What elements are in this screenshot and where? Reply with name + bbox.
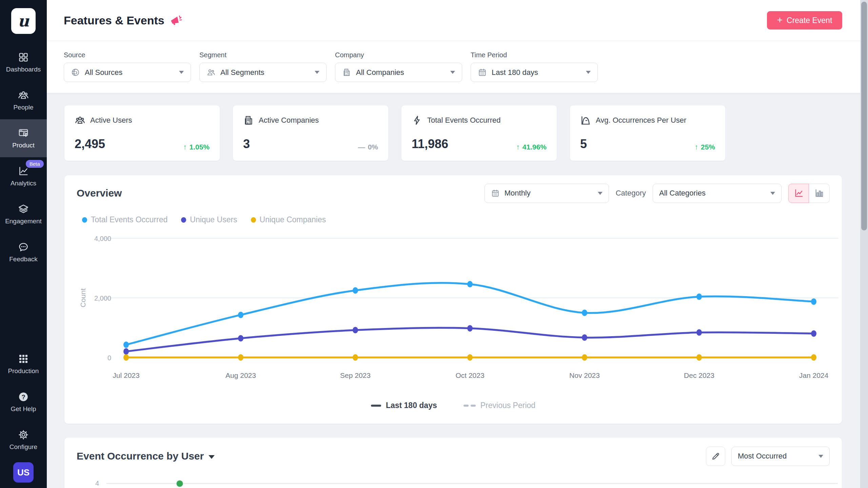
sidebar-item-configure[interactable]: Configure bbox=[0, 421, 47, 459]
svg-text:4,000: 4,000 bbox=[94, 235, 111, 242]
period-legend: Last 180 days Previous Period bbox=[64, 401, 842, 410]
scrollbar-thumb[interactable] bbox=[861, 2, 867, 230]
svg-text:Nov 2023: Nov 2023 bbox=[569, 371, 600, 379]
legend-label: Unique Companies bbox=[260, 215, 326, 224]
legend-item-unique-companies[interactable]: Unique Companies bbox=[251, 215, 326, 224]
sort-dropdown[interactable]: Most Occurred bbox=[731, 447, 830, 466]
svg-text:?: ? bbox=[21, 393, 25, 401]
svg-text:2,000: 2,000 bbox=[94, 294, 111, 302]
stat-card-label: Active Users bbox=[90, 116, 132, 125]
sidebar-bottom: Production ? Get Help Configure bbox=[0, 345, 47, 459]
time-period-dropdown[interactable]: Last 180 days bbox=[471, 63, 598, 82]
building-icon bbox=[243, 115, 254, 126]
create-event-button[interactable]: + Create Event bbox=[767, 11, 842, 29]
segment-dropdown[interactable]: All Segments bbox=[199, 63, 327, 82]
line-chart-toggle-button[interactable] bbox=[788, 184, 809, 203]
category-dropdown[interactable]: All Categories bbox=[653, 184, 782, 203]
page-header: Features & Events + Create Event bbox=[47, 0, 868, 41]
stat-card-active-companies: Active Companies 3 —0% bbox=[233, 105, 389, 161]
chevron-down-icon bbox=[209, 455, 215, 459]
svg-text:Oct 2023: Oct 2023 bbox=[455, 371, 484, 379]
event-occurrence-panel: Event Occurrence by User Most Occurred 4 bbox=[64, 437, 842, 488]
sidebar-item-product[interactable]: Product bbox=[0, 119, 47, 157]
legend-item-total-events[interactable]: Total Events Occurred bbox=[82, 215, 167, 224]
overview-title: Overview bbox=[77, 187, 122, 199]
svg-text:Jan 2024: Jan 2024 bbox=[799, 371, 829, 379]
sidebar-item-label: Get Help bbox=[11, 405, 36, 413]
page-title: Features & Events bbox=[64, 14, 164, 27]
overview-panel: Overview Monthly Category All Categories bbox=[64, 175, 842, 424]
beta-badge: Beta bbox=[26, 160, 44, 168]
legend-label: Total Events Occurred bbox=[91, 215, 167, 224]
calendar-icon bbox=[491, 189, 500, 198]
granularity-dropdown[interactable]: Monthly bbox=[485, 184, 609, 203]
users-icon bbox=[206, 68, 216, 77]
gear-icon bbox=[18, 429, 29, 441]
distribution-icon bbox=[580, 115, 591, 126]
occurrence-dot[interactable] bbox=[176, 480, 183, 487]
layers-icon bbox=[18, 203, 29, 215]
sidebar-item-production[interactable]: Production bbox=[0, 345, 47, 383]
main-area: Features & Events + Create Event Source … bbox=[47, 0, 868, 488]
legend-dot bbox=[251, 217, 256, 223]
chevron-down-icon bbox=[450, 71, 455, 74]
sidebar-item-analytics[interactable]: Beta Analytics bbox=[0, 157, 47, 195]
occurrence-row: 4 bbox=[92, 480, 838, 487]
sidebar-item-get-help[interactable]: ? Get Help bbox=[0, 383, 47, 421]
product-icon bbox=[18, 127, 29, 139]
legend-current-period[interactable]: Last 180 days bbox=[371, 401, 437, 410]
user-avatar[interactable]: US bbox=[13, 462, 34, 483]
sidebar-item-label: Engagement bbox=[5, 218, 42, 225]
occurrence-row-label: 4 bbox=[92, 480, 99, 487]
app-logo-letter: u bbox=[18, 13, 29, 29]
dashed-line-icon bbox=[463, 405, 476, 407]
arrow-up-icon: ↑ bbox=[516, 143, 520, 151]
company-dropdown[interactable]: All Companies bbox=[335, 63, 462, 82]
edit-button[interactable] bbox=[706, 447, 725, 466]
grid-apps-icon bbox=[18, 353, 29, 365]
company-value: All Companies bbox=[356, 68, 404, 77]
sidebar-item-dashboards[interactable]: Dashboards bbox=[0, 43, 47, 81]
legend-previous-period[interactable]: Previous Period bbox=[463, 401, 535, 410]
event-occurrence-title: Event Occurrence by User bbox=[77, 450, 204, 462]
legend-label: Unique Users bbox=[190, 215, 237, 224]
app-root: u Dashboards People Product bbox=[0, 0, 868, 488]
bar-chart-toggle-button[interactable] bbox=[809, 184, 830, 203]
stat-card-delta: ↑1.05% bbox=[183, 143, 210, 151]
stat-cards-row: Active Users 2,495 ↑1.05% Active Compani… bbox=[64, 105, 726, 161]
stat-card-value: 2,495 bbox=[75, 137, 105, 151]
sidebar-item-label: Dashboards bbox=[6, 66, 41, 73]
sidebar-item-engagement[interactable]: Engagement bbox=[0, 195, 47, 233]
sidebar: u Dashboards People Product bbox=[0, 0, 47, 488]
svg-text:Jul 2023: Jul 2023 bbox=[113, 371, 139, 379]
legend-dot bbox=[82, 217, 87, 223]
sort-value: Most Occurred bbox=[738, 452, 787, 461]
legend-item-unique-users[interactable]: Unique Users bbox=[181, 215, 237, 224]
event-occurrence-title-dropdown[interactable]: Event Occurrence by User bbox=[77, 450, 215, 462]
line-chart-icon bbox=[794, 188, 804, 198]
flat-dash-icon: — bbox=[358, 143, 365, 151]
dashboards-icon bbox=[18, 52, 29, 63]
category-value: All Categories bbox=[659, 189, 706, 198]
stat-card-value: 5 bbox=[580, 137, 587, 151]
source-dropdown[interactable]: All Sources bbox=[64, 63, 191, 82]
chevron-down-icon bbox=[315, 71, 319, 74]
overview-chart-area: 02,0004,000CountJul 2023Aug 2023Sep 2023… bbox=[77, 226, 839, 385]
filter-label: Time Period bbox=[471, 51, 598, 59]
stat-card-total-events: Total Events Occurred 11,986 ↑41.96% bbox=[401, 105, 557, 161]
bolt-icon bbox=[412, 115, 422, 126]
sidebar-item-people[interactable]: People bbox=[0, 81, 47, 119]
svg-text:Sep 2023: Sep 2023 bbox=[340, 371, 371, 379]
bar-chart-icon bbox=[814, 188, 824, 198]
filter-segment: Segment All Segments bbox=[199, 51, 327, 82]
stat-card-label: Active Companies bbox=[259, 116, 319, 125]
sidebar-item-label: Feedback bbox=[9, 256, 37, 263]
svg-text:Aug 2023: Aug 2023 bbox=[225, 371, 256, 379]
occurrence-track bbox=[106, 483, 838, 484]
app-logo[interactable]: u bbox=[11, 8, 36, 34]
sidebar-item-feedback[interactable]: Feedback bbox=[0, 233, 47, 271]
feedback-icon bbox=[18, 241, 29, 253]
chevron-down-icon bbox=[818, 455, 823, 458]
chevron-down-icon bbox=[598, 192, 603, 195]
stat-card-avg-occurrences: Avg. Occurrences Per User 5 ↑25% bbox=[570, 105, 726, 161]
